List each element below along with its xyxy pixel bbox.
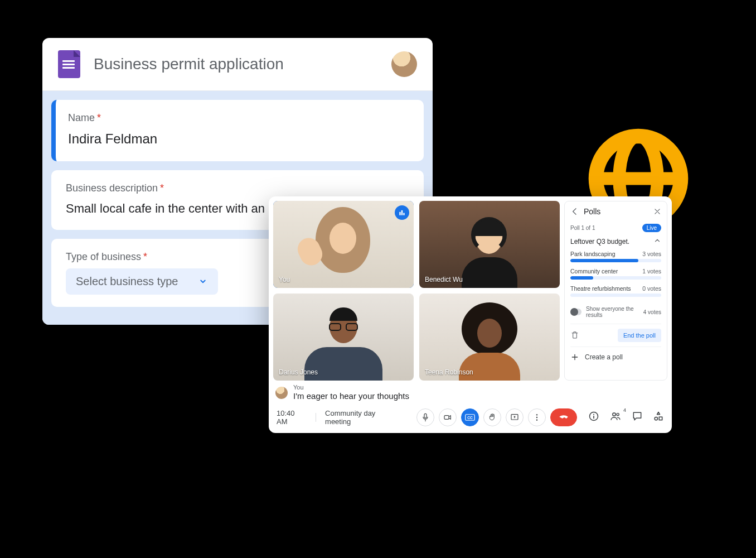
chat-icon[interactable] — [632, 411, 643, 424]
polls-title: Polls — [584, 207, 649, 216]
svg-rect-3 — [399, 212, 400, 215]
question-label: Business description* — [66, 182, 409, 194]
participant-label: You — [279, 276, 290, 283]
divider — [316, 413, 316, 422]
svg-rect-6 — [444, 416, 449, 420]
caption-row: You I'm eager to hear your thoughts — [269, 381, 672, 405]
poll-question: Leftover Q3 budget. — [570, 238, 629, 246]
question-name: Name* Indira Feldman — [51, 100, 424, 161]
info-icon[interactable] — [588, 411, 599, 424]
poll-option[interactable]: Park landscaping3 votes — [570, 251, 661, 262]
poll-indicator-icon — [395, 205, 409, 220]
svg-point-18 — [655, 417, 657, 420]
svg-point-12 — [536, 419, 537, 420]
form-header: Business permit application — [42, 38, 433, 91]
live-badge: Live — [642, 224, 661, 232]
video-tile-teena[interactable]: Teena Robinson — [419, 294, 560, 381]
meet-bottom-bar: 10:40 AM Community day meeting CC 4 — [269, 404, 672, 433]
poll-option[interactable]: Theatre refurbishments0 votes — [570, 285, 661, 297]
close-icon[interactable] — [653, 208, 661, 215]
svg-point-11 — [536, 417, 537, 418]
participant-label: Darius Jones — [279, 368, 318, 376]
video-tile-benedict[interactable]: Benedict Wu — [419, 201, 560, 288]
svg-rect-5 — [403, 213, 404, 215]
svg-text:CC: CC — [467, 416, 473, 420]
end-call-button[interactable] — [550, 408, 577, 426]
show-results-toggle[interactable] — [570, 309, 581, 315]
present-button[interactable] — [506, 408, 524, 426]
avatar[interactable] — [391, 51, 417, 77]
people-count: 4 — [623, 407, 626, 413]
chevron-down-icon — [198, 276, 208, 286]
participant-label: Teena Robinson — [425, 368, 473, 376]
camera-button[interactable] — [439, 408, 457, 426]
svg-point-10 — [536, 414, 537, 415]
name-field[interactable]: Indira Feldman — [68, 129, 409, 149]
meeting-name: Community day meeting — [325, 409, 402, 426]
plus-icon — [570, 353, 579, 362]
more-options-button[interactable] — [528, 408, 546, 426]
svg-point-14 — [593, 414, 594, 415]
total-votes: 4 votes — [643, 309, 661, 315]
meet-card: You Benedict Wu — [269, 196, 672, 433]
select-placeholder: Select business type — [76, 275, 178, 288]
svg-rect-4 — [401, 210, 403, 215]
chevron-up-icon[interactable] — [653, 237, 661, 246]
business-type-select[interactable]: Select business type — [66, 268, 218, 295]
form-title: Business permit application — [94, 55, 391, 73]
poll-counter: Poll 1 of 1 — [570, 225, 595, 231]
poll-bar — [570, 259, 638, 262]
show-results-label: Show everyone the results — [586, 306, 639, 318]
forms-icon — [58, 50, 80, 78]
poll-option[interactable]: Community center1 votes — [570, 268, 661, 280]
svg-point-17 — [617, 413, 619, 416]
create-poll-button[interactable]: Create a poll — [570, 347, 661, 368]
poll-bar — [570, 276, 593, 280]
mic-button[interactable] — [416, 408, 434, 426]
svg-rect-19 — [659, 417, 662, 420]
question-label: Name* — [68, 112, 409, 124]
end-poll-button[interactable]: End the poll — [618, 329, 661, 342]
video-grid: You Benedict Wu — [273, 201, 560, 381]
captions-button[interactable]: CC — [461, 408, 479, 426]
activities-icon[interactable] — [653, 411, 664, 424]
caption-speaker: You — [293, 384, 409, 392]
meeting-time: 10:40 AM — [277, 409, 307, 426]
back-arrow-icon[interactable] — [570, 207, 579, 216]
video-tile-darius[interactable]: Darius Jones — [273, 294, 414, 381]
video-tile-you[interactable]: You — [273, 201, 414, 288]
participant-label: Benedict Wu — [425, 276, 463, 283]
caption-avatar — [275, 387, 288, 399]
raise-hand-button[interactable] — [483, 408, 501, 426]
caption-text: I'm eager to hear your thoughts — [293, 391, 409, 402]
polls-panel: Polls Poll 1 of 1 Live Leftover Q3 budge… — [564, 201, 667, 381]
svg-rect-15 — [593, 416, 594, 419]
trash-icon[interactable] — [570, 330, 579, 340]
people-icon[interactable]: 4 — [609, 411, 622, 424]
svg-point-16 — [613, 413, 616, 416]
